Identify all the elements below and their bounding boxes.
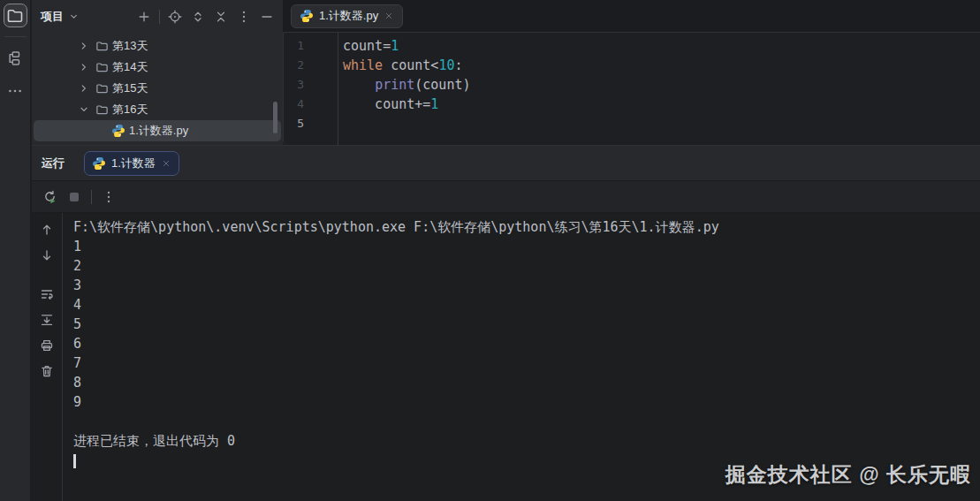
console-output-line: 6 <box>73 334 973 353</box>
kebab-icon[interactable] <box>98 186 119 208</box>
project-folder-icon[interactable] <box>4 4 27 27</box>
tree-item-第14天[interactable]: 第14天 <box>34 57 281 78</box>
project-panel-title-dropdown[interactable]: 项目 <box>41 9 80 25</box>
python-file-icon <box>92 156 106 171</box>
project-tree: 第13天第14天第15天第16天1.计数器.py <box>32 33 283 145</box>
run-panel-header: 运行 1.计数器 <box>32 146 980 180</box>
stripe-divider <box>4 36 27 37</box>
console-output-line: 9 <box>73 392 973 412</box>
more-h-icon[interactable] <box>4 79 27 102</box>
console-output-line: 7 <box>73 353 973 373</box>
tree-item-label: 第13天 <box>112 38 148 54</box>
collapse-all-icon[interactable] <box>210 6 232 27</box>
chevron-right-icon[interactable] <box>76 61 92 73</box>
structure-icon[interactable] <box>4 46 27 70</box>
token-keyword: while <box>343 57 383 73</box>
token-builtin: print <box>375 77 414 93</box>
token-number: 1 <box>430 96 438 112</box>
token-number: 10 <box>438 57 454 73</box>
main-area: 项目 1.计数器.py 第13天第14天第15天第16天1.计数器.py 1co… <box>32 0 980 501</box>
console-output-line: 8 <box>73 373 973 392</box>
console-row: F:\软件存储\python\.venv\Scripts\python.exe … <box>32 212 980 501</box>
code-line: 2while count<10: <box>284 56 980 75</box>
printer-icon[interactable] <box>37 336 57 355</box>
folder-icon <box>95 61 109 74</box>
tree-item-label: 第14天 <box>112 59 148 75</box>
rerun-icon[interactable] <box>39 186 60 208</box>
trash-icon[interactable] <box>37 361 57 381</box>
tree-item-label: 第15天 <box>112 80 148 96</box>
text-caret <box>73 454 76 468</box>
chevron-right-icon[interactable] <box>76 40 92 52</box>
run-console-output[interactable]: F:\软件存储\python\.venv\Scripts\python.exe … <box>63 213 980 501</box>
plus-icon[interactable] <box>133 6 155 27</box>
console-output-line: 3 <box>73 276 973 295</box>
line-number: 2 <box>284 56 338 75</box>
run-panel-title: 运行 <box>42 156 65 171</box>
code-text: count=1 <box>338 36 399 56</box>
token-number: 1 <box>391 38 399 54</box>
close-icon[interactable] <box>384 11 394 21</box>
tree-item-label: 1.计数器.py <box>129 123 188 139</box>
token-text <box>343 77 375 93</box>
console-output-line: 1 <box>73 237 973 256</box>
tree-item-1.计数器.py[interactable]: 1.计数器.py <box>34 120 281 141</box>
python-file-icon <box>111 124 125 138</box>
tree-item-label: 第16天 <box>112 102 148 118</box>
minus-icon[interactable] <box>256 6 277 27</box>
line-number: 5 <box>284 114 338 133</box>
code-text: print(count) <box>338 75 471 95</box>
token-text: count< <box>383 57 438 73</box>
folder-icon <box>95 40 109 53</box>
python-file-icon <box>300 9 314 23</box>
tree-scrollbar-thumb[interactable] <box>273 102 277 133</box>
top-row: 项目 1.计数器.py <box>32 0 980 33</box>
kebab-icon[interactable] <box>233 6 254 27</box>
tool-window-stripe <box>0 0 31 501</box>
console-status-line: 进程已结束，退出代码为 0 <box>73 431 973 451</box>
console-blank-line <box>73 412 973 431</box>
code-line: 1count=1 <box>284 36 980 56</box>
chevron-down-icon <box>68 11 80 22</box>
folder-icon <box>95 82 109 95</box>
code-text: count+=1 <box>338 95 438 114</box>
line-number: 3 <box>284 75 338 95</box>
editor-tab[interactable]: 1.计数器.py <box>291 4 403 28</box>
tree-item-第13天[interactable]: 第13天 <box>34 35 281 57</box>
arrow-down-icon[interactable] <box>37 246 57 265</box>
project-panel-header: 项目 <box>32 0 283 33</box>
expand-all-icon[interactable] <box>187 6 209 27</box>
console-output-line: 4 <box>73 295 973 315</box>
code-line: 5 <box>284 114 980 133</box>
run-tool-window: 运行 1.计数器 F:\软件存储\python\.venv\Scripts\py… <box>32 145 980 501</box>
target-icon[interactable] <box>164 6 186 27</box>
line-number: 1 <box>284 36 338 56</box>
folder-icon <box>95 103 109 117</box>
stop-icon[interactable] <box>64 186 85 208</box>
chevron-down-icon[interactable] <box>76 103 92 116</box>
run-toolbar <box>32 180 980 212</box>
code-text: while count<10: <box>338 56 462 75</box>
run-tab-label: 1.计数器 <box>111 156 156 171</box>
run-configuration-tab[interactable]: 1.计数器 <box>84 151 179 176</box>
project-panel-title: 项目 <box>41 9 64 25</box>
console-output-line: 5 <box>73 315 973 334</box>
gutter-separator <box>338 33 338 145</box>
editor-tab-label: 1.计数器.py <box>319 8 378 24</box>
arrow-up-icon[interactable] <box>37 220 57 239</box>
code-line: 4 count+=1 <box>284 95 980 114</box>
token-text: count+= <box>343 96 430 112</box>
code-editor[interactable]: 1count=12while count<10:3 print(count)4 … <box>283 33 980 145</box>
token-text: count= <box>343 38 391 54</box>
console-output-line: 2 <box>73 256 973 276</box>
close-icon[interactable] <box>161 158 171 169</box>
tree-item-第15天[interactable]: 第15天 <box>34 78 281 99</box>
tree-item-第16天[interactable]: 第16天 <box>34 99 281 120</box>
token-text: (count) <box>414 77 470 93</box>
console-command-line: F:\软件存储\python\.venv\Scripts\python.exe … <box>73 217 973 237</box>
console-toolbar <box>32 213 63 501</box>
soft-wrap-icon[interactable] <box>37 285 57 304</box>
pycharm-window: 项目 1.计数器.py 第13天第14天第15天第16天1.计数器.py 1co… <box>0 0 980 501</box>
chevron-right-icon[interactable] <box>76 82 92 95</box>
scroll-end-icon[interactable] <box>37 310 57 330</box>
